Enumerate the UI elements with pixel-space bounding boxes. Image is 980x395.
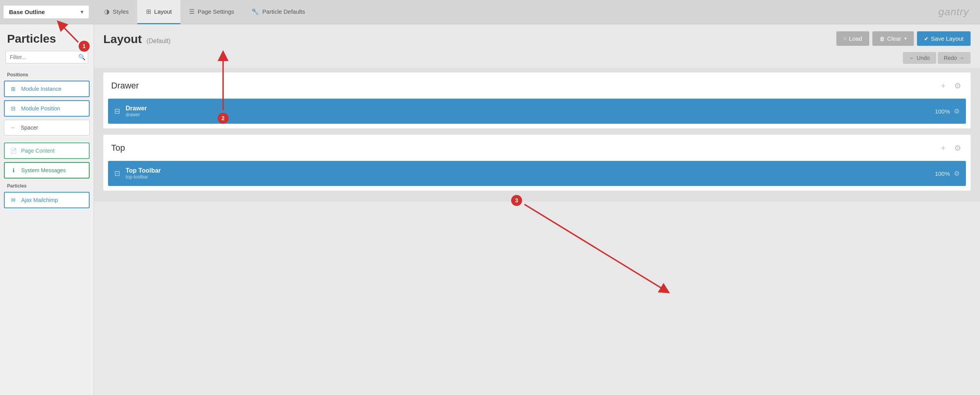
load-button[interactable]: ⑂ Load	[836, 31, 869, 46]
top-section-content: ⊡ Top Toolbar top-toolbar 100% ⚙	[103, 161, 971, 191]
sidebar-item-module-position[interactable]: ⊟ Module Position	[4, 100, 90, 117]
drawer-section-controls: ＋ ⚙	[938, 79, 963, 92]
sidebar-item-page-content[interactable]: 📄 Page Content	[4, 142, 90, 159]
check-icon: ✔	[924, 36, 929, 42]
main-layout: Particles 🔍 Positions ⊞ Module Instance …	[0, 24, 980, 395]
drawer-section-header: Drawer ＋ ⚙	[103, 72, 971, 99]
drawer-particle-percent: 100%	[935, 108, 950, 115]
layout-subtitle: (Default)	[146, 38, 170, 45]
filter-input[interactable]	[10, 54, 78, 60]
system-messages-icon: ℹ	[9, 166, 17, 174]
particle-defaults-icon: 🔧	[251, 8, 259, 15]
drawer-particle-name: Drawer	[126, 105, 935, 112]
undo-label: Undo	[917, 55, 930, 61]
top-toolbar-particle-gear-icon[interactable]: ⚙	[954, 170, 960, 178]
sidebar-item-ajax-mailchimp-label: Ajax Mailchimp	[21, 197, 58, 203]
tab-styles-label: Styles	[113, 8, 129, 15]
top-settings-button[interactable]: ⚙	[953, 142, 963, 153]
page-settings-icon: ☰	[189, 8, 195, 15]
tab-styles[interactable]: ◑ Styles	[95, 0, 137, 24]
search-icon: 🔍	[78, 54, 86, 61]
top-toolbar-particle-info: Top Toolbar top-toolbar	[126, 167, 935, 180]
trash-icon: 🗑	[879, 36, 885, 42]
clear-label: Clear	[887, 35, 901, 42]
drawer-particle-icon: ⊟	[114, 107, 120, 115]
top-section-name: Top	[111, 143, 125, 153]
drawer-particle-subname: drawer	[126, 112, 935, 117]
positions-section-label: Positions	[0, 70, 94, 81]
top-toolbar-particle-icon: ⊡	[114, 169, 120, 178]
header-actions: ⑂ Load 🗑 Clear ▾ ✔ Save Layout	[836, 31, 971, 46]
sidebar-item-module-instance-label: Module Instance	[21, 86, 61, 92]
chevron-down-icon: ▾	[81, 9, 83, 15]
tab-layout[interactable]: ⊞ Layout	[137, 0, 180, 24]
top-section: Top ＋ ⚙ ⊡ Top Toolbar top-toolbar 100%	[103, 135, 971, 191]
page-content-icon: 📄	[9, 147, 17, 155]
drawer-particle-gear-icon[interactable]: ⚙	[954, 107, 960, 115]
undo-button[interactable]: ← Undo	[903, 52, 936, 64]
sidebar-item-system-messages-label: System Messages	[21, 167, 66, 173]
gantry-logo: gantry	[939, 6, 977, 18]
layout-icon: ⊞	[146, 8, 151, 15]
content-area: Layout (Default) ⑂ Load 🗑 Clear ▾ ✔ Save…	[94, 24, 980, 395]
redo-icon: →	[959, 55, 964, 61]
styles-icon: ◑	[104, 8, 110, 15]
tab-layout-label: Layout	[154, 8, 172, 15]
outline-label: Base Outline	[9, 9, 45, 15]
drawer-section: Drawer ＋ ⚙ ⊟ Drawer drawer 100% ⚙	[103, 72, 971, 128]
top-toolbar-particle-percent: 100%	[935, 170, 950, 177]
particles-section-label: Particles	[0, 182, 94, 192]
outline-selector[interactable]: Base Outline ▾	[3, 5, 89, 19]
load-label: Load	[849, 35, 862, 42]
drawer-particle-row[interactable]: ⊟ Drawer drawer 100% ⚙	[108, 99, 966, 124]
drawer-settings-button[interactable]: ⚙	[953, 80, 963, 91]
drawer-section-content: ⊟ Drawer drawer 100% ⚙	[103, 99, 971, 128]
top-section-header: Top ＋ ⚙	[103, 135, 971, 161]
sidebar-item-module-instance[interactable]: ⊞ Module Instance	[4, 81, 90, 97]
top-toolbar-particle-subname: top-toolbar	[126, 174, 935, 180]
undo-redo-row: ← Undo Redo →	[94, 51, 980, 68]
load-icon: ⑂	[843, 36, 847, 42]
drawer-add-button[interactable]: ＋	[938, 79, 949, 92]
top-section-controls: ＋ ⚙	[938, 142, 963, 154]
top-toolbar-particle-row[interactable]: ⊡ Top Toolbar top-toolbar 100% ⚙	[108, 161, 966, 186]
clear-dropdown-arrow: ▾	[904, 36, 907, 41]
save-layout-label: Save Layout	[931, 35, 964, 42]
sidebar-item-module-position-label: Module Position	[21, 105, 60, 112]
sidebar: Particles 🔍 Positions ⊞ Module Instance …	[0, 24, 94, 395]
tab-page-settings[interactable]: ☰ Page Settings	[180, 0, 243, 24]
drawer-particle-info: Drawer drawer	[126, 105, 935, 117]
sidebar-item-spacer[interactable]: ↔ Spacer	[4, 120, 90, 135]
ajax-mailchimp-icon: ✉	[9, 196, 17, 204]
tab-page-settings-label: Page Settings	[198, 8, 234, 15]
layout-title-row: Layout (Default)	[103, 32, 171, 46]
nav-tabs: ◑ Styles ⊞ Layout ☰ Page Settings 🔧 Part…	[95, 0, 314, 24]
sidebar-item-ajax-mailchimp[interactable]: ✉ Ajax Mailchimp	[4, 192, 90, 208]
spacer-icon: ↔	[9, 124, 17, 132]
top-toolbar-particle-name: Top Toolbar	[126, 167, 935, 174]
module-instance-icon: ⊞	[9, 85, 17, 93]
sidebar-title: Particles	[0, 24, 94, 51]
clear-button[interactable]: 🗑 Clear ▾	[872, 31, 914, 46]
layout-title: Layout	[103, 32, 142, 46]
undo-icon: ←	[909, 55, 915, 61]
sidebar-item-spacer-label: Spacer	[21, 124, 38, 131]
module-position-icon: ⊟	[9, 105, 17, 112]
sidebar-item-page-content-label: Page Content	[21, 148, 55, 154]
content-header: Layout (Default) ⑂ Load 🗑 Clear ▾ ✔ Save…	[94, 24, 980, 51]
drawer-section-name: Drawer	[111, 81, 139, 91]
redo-button[interactable]: Redo →	[938, 52, 971, 64]
tab-particle-defaults-label: Particle Defaults	[262, 8, 305, 15]
save-layout-button[interactable]: ✔ Save Layout	[917, 31, 971, 46]
svg-line-4	[524, 204, 665, 290]
sidebar-item-system-messages[interactable]: ℹ System Messages	[4, 162, 90, 179]
top-add-button[interactable]: ＋	[938, 142, 949, 154]
redo-label: Redo	[944, 55, 957, 61]
filter-box[interactable]: 🔍	[5, 51, 88, 63]
sections-area: Drawer ＋ ⚙ ⊟ Drawer drawer 100% ⚙	[94, 68, 980, 202]
tab-particle-defaults[interactable]: 🔧 Particle Defaults	[243, 0, 313, 24]
top-nav: Base Outline ▾ ◑ Styles ⊞ Layout ☰ Page …	[0, 0, 980, 24]
